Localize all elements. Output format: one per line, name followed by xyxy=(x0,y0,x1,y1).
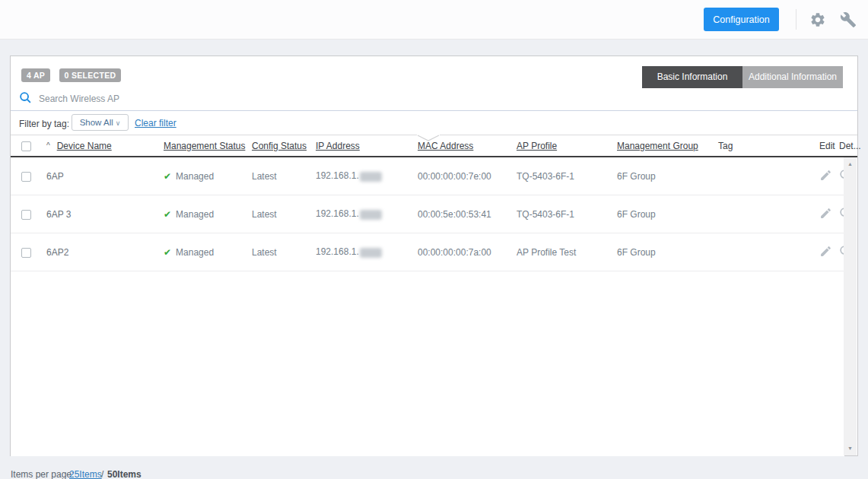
header-edit: Edit xyxy=(819,141,835,151)
ap-list-panel: 4 AP 0 SELECTED Basic Information Additi… xyxy=(10,56,858,456)
items-per-page-25-link[interactable]: 25Items xyxy=(69,469,102,479)
tab-basic-information[interactable]: Basic Information xyxy=(642,66,742,88)
management-status-cell: Managed xyxy=(176,171,214,182)
header-ap-profile[interactable]: AP Profile xyxy=(517,141,557,151)
mac-address-cell: 00:00:5e:00:53:41 xyxy=(418,209,517,220)
management-group-cell: 6F Group xyxy=(617,247,718,258)
ip-redacted-blur xyxy=(360,210,382,220)
selected-count-badge: 0 SELECTED xyxy=(59,68,122,82)
table-header-row: ^ Device Name Management Status Config S… xyxy=(11,135,857,157)
management-status-cell: Managed xyxy=(176,247,214,258)
footer: Items per page: 25Items / 50Items << 1 >… xyxy=(0,461,868,479)
table-row[interactable]: 6AP 3 ✔Managed Latest 192.168.1. 00:00:5… xyxy=(11,195,844,233)
management-group-cell: 6F Group xyxy=(617,171,718,182)
header-mac-address[interactable]: MAC Address xyxy=(418,141,473,151)
header-management-status[interactable]: Management Status xyxy=(164,141,245,151)
header-config-status[interactable]: Config Status xyxy=(252,141,307,151)
device-name-cell: 6AP 3 xyxy=(46,209,164,220)
row-checkbox[interactable] xyxy=(21,210,31,220)
items-per-page-separator: / xyxy=(101,469,103,479)
items-per-page-50-current: 50Items xyxy=(107,469,141,479)
table-row[interactable]: 6AP2 ✔Managed Latest 192.168.1. 00:00:00… xyxy=(11,233,844,271)
ip-address-cell: 192.168.1. xyxy=(316,208,418,219)
managed-check-icon: ✔ xyxy=(164,247,171,258)
search-icon xyxy=(19,91,32,104)
row-checkbox[interactable] xyxy=(21,172,31,182)
info-tabs: Basic Information Additional Information xyxy=(642,66,843,88)
header-tag: Tag xyxy=(718,141,733,151)
tag-filter-dropdown[interactable]: Show All∨ xyxy=(72,114,129,131)
ip-address-cell: 192.168.1. xyxy=(316,246,418,257)
table-row[interactable]: 6AP ✔Managed Latest 192.168.1. 00:00:00:… xyxy=(11,157,844,195)
config-status-cell: Latest xyxy=(252,209,316,220)
vertical-scrollbar[interactable]: ▲ ▼ xyxy=(844,157,857,455)
topbar-divider xyxy=(796,9,796,30)
sort-ascending-icon[interactable]: ^ xyxy=(46,141,50,150)
chevron-down-icon: ∨ xyxy=(116,119,121,127)
header-details: Det... xyxy=(839,141,861,151)
ap-profile-cell: TQ-5403-6F-1 xyxy=(517,209,617,220)
managed-check-icon: ✔ xyxy=(164,171,171,182)
ap-count-badge: 4 AP xyxy=(21,68,50,82)
ip-redacted-blur xyxy=(360,248,382,258)
management-status-cell: Managed xyxy=(176,209,214,220)
search-wireless-ap-input[interactable] xyxy=(39,90,419,107)
select-all-checkbox[interactable] xyxy=(21,141,31,151)
device-name-cell: 6AP xyxy=(46,171,164,182)
settings-gear-icon[interactable] xyxy=(809,11,826,28)
scroll-up-icon[interactable]: ▲ xyxy=(844,159,857,170)
clear-filter-link[interactable]: Clear filter xyxy=(135,118,176,128)
edit-pencil-icon[interactable] xyxy=(819,245,832,258)
badge-row: 4 AP 0 SELECTED xyxy=(21,68,121,82)
items-per-page-label: Items per page: xyxy=(11,469,74,479)
mac-address-cell: 00:00:00:00:7e:00 xyxy=(418,171,517,182)
config-status-cell: Latest xyxy=(252,171,316,182)
header-device-name[interactable]: Device Name xyxy=(57,141,112,151)
header-management-group[interactable]: Management Group xyxy=(617,141,698,151)
filter-by-tag-label: Filter by tag: xyxy=(19,119,69,129)
tab-additional-information[interactable]: Additional Information xyxy=(742,66,843,88)
ip-redacted-blur xyxy=(360,172,382,182)
ap-profile-cell: TQ-5403-6F-1 xyxy=(517,171,617,182)
edit-pencil-icon[interactable] xyxy=(819,207,832,220)
ip-address-cell: 192.168.1. xyxy=(316,170,418,181)
edit-pencil-icon[interactable] xyxy=(819,169,832,182)
table-body: 6AP ✔Managed Latest 192.168.1. 00:00:00:… xyxy=(11,157,844,456)
filter-row: Filter by tag: Show All∨ Clear filter xyxy=(11,114,857,134)
ap-profile-cell: AP Profile Test xyxy=(517,247,617,258)
managed-check-icon: ✔ xyxy=(164,209,171,220)
top-bar: Configuration xyxy=(0,0,868,40)
search-row xyxy=(11,90,857,111)
management-group-cell: 6F Group xyxy=(617,209,718,220)
header-ip-address[interactable]: IP Address xyxy=(316,141,360,151)
row-checkbox[interactable] xyxy=(21,248,31,258)
configuration-button[interactable]: Configuration xyxy=(704,8,779,31)
config-status-cell: Latest xyxy=(252,247,316,258)
wrench-tools-icon[interactable] xyxy=(840,11,857,28)
scroll-down-icon[interactable]: ▼ xyxy=(844,443,857,454)
device-name-cell: 6AP2 xyxy=(46,247,164,258)
mac-address-cell: 00:00:00:00:7a:00 xyxy=(418,247,517,258)
